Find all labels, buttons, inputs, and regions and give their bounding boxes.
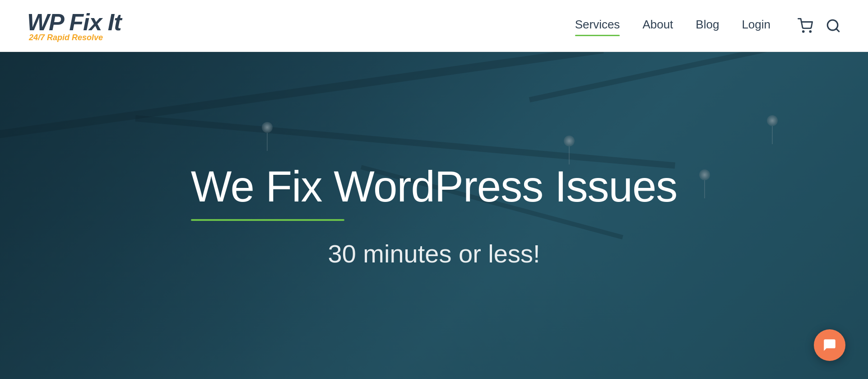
search-icon[interactable] <box>826 18 841 33</box>
hero-subtitle: 30 minutes or less! <box>191 239 678 268</box>
hero-content: We Fix WordPress Issues 30 minutes or le… <box>191 163 678 269</box>
nav-icons <box>798 18 841 33</box>
svg-line-3 <box>836 29 839 32</box>
logo[interactable]: WP Fix It 24/7 Rapid Resolve <box>27 9 121 42</box>
main-nav: Services About Blog Login <box>575 18 841 34</box>
svg-point-0 <box>803 31 804 32</box>
site-header: WP Fix It 24/7 Rapid Resolve Services Ab… <box>0 0 868 52</box>
nav-item-blog[interactable]: Blog <box>696 18 719 34</box>
nav-item-login[interactable]: Login <box>742 18 771 34</box>
logo-tagline: 24/7 Rapid Resolve <box>27 33 121 42</box>
hero-title: We Fix WordPress Issues <box>191 163 678 211</box>
nav-item-services[interactable]: Services <box>575 18 620 34</box>
cart-icon[interactable] <box>798 18 813 33</box>
nav-item-about[interactable]: About <box>642 18 673 34</box>
logo-text: WP Fix It <box>27 9 121 35</box>
chat-icon <box>822 337 837 353</box>
chat-button[interactable] <box>814 329 845 361</box>
svg-point-1 <box>810 31 811 32</box>
hero-section: We Fix WordPress Issues 30 minutes or le… <box>0 52 868 379</box>
hero-underline <box>191 219 344 221</box>
